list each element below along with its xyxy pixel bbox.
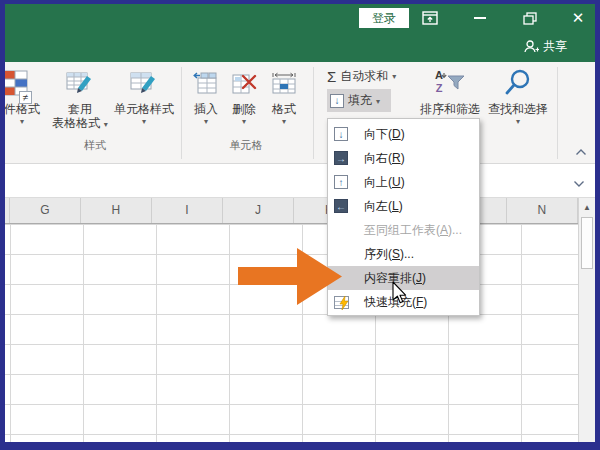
styles-group-label: 样式 [60, 138, 130, 153]
insert-button[interactable]: 插入 ▾ [187, 64, 225, 126]
worksheet-grid[interactable] [5, 224, 578, 442]
find-select-label: 查找和选择 [488, 102, 548, 116]
menu-item-label: 向右(R) [364, 150, 405, 167]
autosum-label: 自动求和 [340, 68, 388, 85]
formula-bar[interactable] [5, 164, 595, 198]
format-label: 格式 [272, 102, 296, 116]
title-bar-share-row: 共享 [5, 32, 595, 62]
column-header-row: GHIJKLMN [5, 198, 578, 224]
chevron-down-icon: ▾ [204, 118, 208, 126]
expand-formula-bar-button[interactable] [573, 174, 585, 192]
fill-down-icon: ↓ [330, 94, 344, 108]
insert-cells-icon [193, 70, 219, 96]
close-button[interactable]: ✕ [561, 4, 595, 32]
conditional-formatting-button[interactable]: ≠ 件格式 ▾ [5, 64, 47, 126]
group-separator [557, 67, 558, 159]
chevron-down-icon: ▾ [242, 118, 246, 126]
fill-button[interactable]: ↓ 填充 ▾ [327, 89, 391, 112]
chevron-down-icon: ▾ [104, 120, 108, 129]
group-separator [313, 67, 314, 159]
fill-menu: ↓向下(D)→向右(R)↑向上(U)←向左(L)至同组工作表(A)...序列(S… [327, 118, 480, 316]
column-header-N[interactable]: N [507, 198, 578, 223]
group-separator [181, 67, 182, 159]
menu-item[interactable]: ←向左(L) [328, 194, 479, 218]
chevron-down-icon: ▾ [282, 118, 286, 126]
sort-filter-button[interactable]: A Z 排序和筛选 [415, 64, 485, 116]
collapse-ribbon-button[interactable] [575, 142, 587, 160]
menu-item-label: 快速填充(F) [364, 294, 427, 311]
restore-button[interactable] [513, 4, 547, 32]
chevron-down-icon: ▾ [376, 98, 380, 106]
menu-item[interactable]: 内容重排(J) [328, 266, 479, 290]
column-header-J[interactable]: J [223, 198, 294, 223]
sort-filter-icon: A Z [433, 67, 467, 99]
menu-item-label: 序列(S)... [364, 246, 414, 263]
menu-item-label: 至同组工作表(A)... [364, 222, 462, 239]
menu-item-label: 向下(D) [364, 126, 405, 143]
scrollbar-thumb[interactable] [581, 217, 593, 269]
not-equal-badge: ≠ [19, 91, 32, 104]
menu-item-label: 内容重排(J) [364, 270, 426, 287]
menu-item[interactable]: ↓向下(D) [328, 122, 479, 146]
fill-right-icon: → [334, 151, 356, 165]
title-bar: 登录 ✕ [5, 4, 595, 32]
search-icon [503, 68, 533, 98]
menu-item[interactable]: →向右(R) [328, 146, 479, 170]
format-as-table-label-2: 表格格式 ▾ [52, 116, 107, 130]
fill-up-icon: ↑ [334, 175, 356, 189]
find-select-button[interactable]: 查找和选择 ▾ [483, 64, 553, 126]
delete-button[interactable]: 删除 ▾ [225, 64, 263, 126]
share-label: 共享 [543, 38, 567, 55]
menu-item[interactable]: ↑向上(U) [328, 170, 479, 194]
format-as-table-label-1: 套用 [68, 102, 92, 116]
sigma-icon: Σ [327, 68, 336, 85]
person-plus-icon [523, 39, 539, 54]
chevron-down-icon: ▾ [392, 73, 396, 81]
menu-item[interactable]: 快速填充(F) [328, 290, 479, 314]
column-header-H[interactable]: H [81, 198, 152, 223]
cells-group-label: 单元格 [187, 138, 305, 153]
column-header-G[interactable]: G [10, 198, 81, 223]
cell-styles-button[interactable]: 单元格样式 ▾ [111, 64, 177, 126]
svg-text:Z: Z [436, 82, 443, 94]
excel-window: 登录 ✕ 共享 [5, 4, 595, 442]
autosum-button[interactable]: Σ 自动求和 ▾ [327, 66, 396, 86]
minimize-icon [474, 17, 486, 19]
scroll-up-button[interactable]: ▲ [579, 198, 595, 216]
chevron-down-icon [573, 180, 585, 188]
chevron-up-icon [575, 148, 587, 156]
vertical-scrollbar[interactable]: ▲ [578, 198, 595, 442]
cell-styles-label: 单元格样式 [114, 102, 174, 116]
fill-left-icon: ← [334, 199, 356, 213]
chevron-down-icon: ▾ [20, 118, 24, 126]
minimize-button[interactable] [463, 4, 497, 32]
format-as-table-icon [66, 70, 94, 96]
chevron-down-icon: ▾ [142, 118, 146, 126]
format-as-table-button[interactable]: 套用 表格格式 ▾ [47, 64, 113, 130]
close-icon: ✕ [572, 9, 585, 27]
ribbon-display-options-button[interactable] [413, 4, 447, 32]
fill-label: 填充 [348, 92, 372, 109]
cell-styles-icon [130, 70, 158, 96]
delete-label: 删除 [232, 102, 256, 116]
ribbon-display-options-icon [422, 11, 438, 25]
screenshot-frame: 登录 ✕ 共享 [0, 0, 600, 450]
delete-cells-icon [231, 70, 257, 96]
chevron-down-icon: ▾ [516, 118, 520, 126]
insert-label: 插入 [194, 102, 218, 116]
sign-in-button[interactable]: 登录 [359, 8, 409, 28]
conditional-formatting-label: 件格式 [5, 102, 40, 116]
sort-filter-label: 排序和筛选 [420, 102, 480, 116]
ribbon: ≠ 件格式 ▾ 套用 表格格式 ▾ [5, 62, 595, 164]
fill-down-icon: ↓ [334, 127, 356, 141]
format-button[interactable]: 格式 ▾ [263, 64, 305, 126]
menu-item[interactable]: 序列(S)... [328, 242, 479, 266]
menu-item-label: 向左(L) [364, 198, 403, 215]
flash-fill-icon [334, 296, 356, 309]
share-button[interactable]: 共享 [523, 38, 567, 55]
restore-icon [523, 12, 537, 25]
format-cells-icon [270, 70, 298, 96]
menu-item-label: 向上(U) [364, 174, 405, 191]
menu-item: 至同组工作表(A)... [328, 218, 479, 242]
column-header-I[interactable]: I [152, 198, 223, 223]
